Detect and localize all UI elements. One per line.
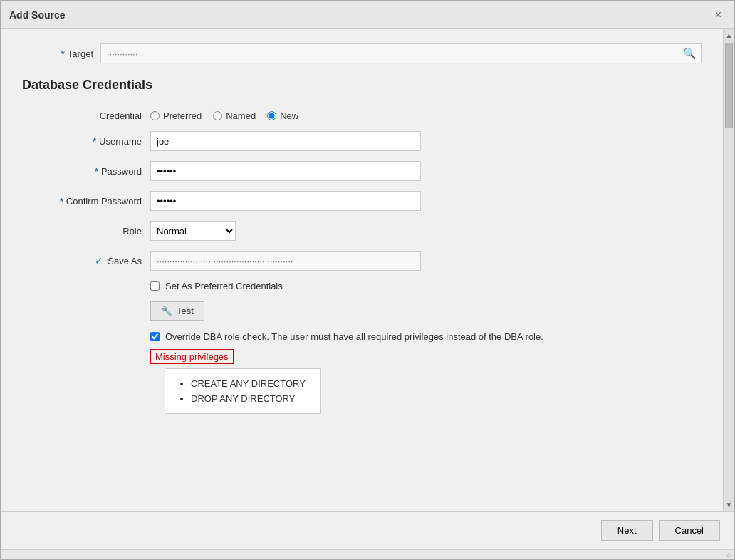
wrench-icon: 🔧 bbox=[161, 306, 172, 316]
set-preferred-checkbox[interactable] bbox=[150, 281, 160, 291]
close-button[interactable]: × bbox=[711, 7, 726, 23]
next-button[interactable]: Next bbox=[601, 520, 653, 541]
save-as-input[interactable] bbox=[150, 251, 421, 271]
credential-preferred[interactable]: Preferred bbox=[150, 110, 202, 121]
credential-options: Preferred Named New bbox=[150, 110, 421, 121]
override-checkbox[interactable] bbox=[150, 332, 160, 341]
override-row: Override DBA role check. The user must h… bbox=[150, 331, 702, 343]
dialog-body: * Target 🔍 Database Credentials Credenti… bbox=[1, 29, 734, 511]
set-preferred-label[interactable]: Set As Preferred Credentials bbox=[150, 281, 283, 291]
confirm-password-row: * Confirm Password bbox=[22, 191, 702, 211]
confirm-password-input[interactable] bbox=[150, 191, 421, 211]
target-input-wrap: 🔍 bbox=[100, 43, 702, 63]
username-field-wrap bbox=[150, 131, 421, 151]
set-preferred-row: Set As Preferred Credentials bbox=[150, 281, 702, 291]
role-select-wrap: Normal DBA SYSDBA bbox=[150, 221, 421, 241]
test-button-row: 🔧 Test bbox=[150, 301, 702, 321]
credential-new-radio[interactable] bbox=[267, 111, 276, 120]
confirm-password-label: * Confirm Password bbox=[22, 196, 150, 207]
credential-preferred-label: Preferred bbox=[163, 110, 202, 121]
missing-privileges-list: CREATE ANY DIRECTORY DROP ANY DIRECTORY bbox=[177, 376, 309, 406]
dialog-content: * Target 🔍 Database Credentials Credenti… bbox=[1, 29, 723, 511]
dialog-title: Add Source bbox=[9, 9, 66, 21]
credential-preferred-radio[interactable] bbox=[150, 111, 160, 120]
password-label: * Password bbox=[22, 166, 150, 177]
scrollbar-track bbox=[724, 41, 734, 499]
password-row: * Password bbox=[22, 161, 702, 181]
cancel-button[interactable]: Cancel bbox=[659, 520, 720, 541]
credential-named-label: Named bbox=[226, 110, 256, 121]
target-required-star: * bbox=[61, 48, 65, 59]
save-as-label: Save As bbox=[108, 256, 142, 266]
set-preferred-text: Set As Preferred Credentials bbox=[165, 281, 283, 291]
credential-label: Credential bbox=[22, 110, 150, 121]
resize-icon: ⧊ bbox=[726, 551, 731, 559]
credential-named[interactable]: Named bbox=[213, 110, 256, 121]
override-text: Override DBA role check. The user must h… bbox=[165, 331, 702, 343]
credential-new[interactable]: New bbox=[267, 110, 298, 121]
missing-priv-item-1: CREATE ANY DIRECTORY bbox=[191, 376, 309, 391]
resize-handle[interactable]: ⧊ bbox=[1, 549, 734, 559]
save-as-checkmark: ✓ bbox=[95, 255, 103, 266]
password-input[interactable] bbox=[150, 161, 421, 181]
credential-named-radio[interactable] bbox=[213, 111, 222, 120]
scrollbar-up-arrow[interactable]: ▲ bbox=[724, 29, 734, 41]
scrollbar-thumb[interactable] bbox=[725, 43, 733, 128]
target-label: Target bbox=[68, 48, 93, 59]
section-title: Database Credentials bbox=[22, 78, 702, 96]
dialog-footer: Next Cancel bbox=[1, 511, 734, 549]
username-star: * bbox=[93, 136, 96, 147]
search-icon[interactable]: 🔍 bbox=[679, 47, 701, 60]
missing-priv-item-2: DROP ANY DIRECTORY bbox=[191, 391, 309, 406]
scrollbar-down-arrow[interactable]: ▼ bbox=[724, 499, 734, 511]
target-label-area: * Target bbox=[22, 48, 93, 59]
confirm-password-star: * bbox=[60, 196, 63, 207]
scrollbar: ▲ ▼ bbox=[723, 29, 734, 511]
missing-privileges-link[interactable]: Missing privileges bbox=[150, 349, 234, 364]
missing-privileges-row: Missing privileges bbox=[150, 349, 702, 364]
role-row: Role Normal DBA SYSDBA bbox=[22, 221, 702, 241]
password-star: * bbox=[95, 166, 98, 177]
test-button-label: Test bbox=[177, 306, 194, 316]
role-select[interactable]: Normal DBA SYSDBA bbox=[150, 221, 236, 241]
username-label: * Username bbox=[22, 136, 150, 147]
role-label: Role bbox=[22, 226, 150, 237]
dialog-titlebar: Add Source × bbox=[1, 1, 734, 29]
test-button[interactable]: 🔧 Test bbox=[150, 301, 204, 321]
username-row: * Username bbox=[22, 131, 702, 151]
username-input[interactable] bbox=[150, 131, 421, 151]
add-source-dialog: Add Source × * Target 🔍 Database Credent… bbox=[0, 0, 735, 560]
target-row: * Target 🔍 bbox=[22, 43, 702, 63]
save-as-row: ✓ Save As bbox=[22, 251, 702, 271]
save-as-check-area: ✓ Save As bbox=[22, 255, 150, 266]
credential-row: Credential Preferred Named New bbox=[22, 110, 702, 121]
target-input[interactable] bbox=[101, 44, 679, 63]
confirm-password-field-wrap bbox=[150, 191, 421, 211]
missing-privileges-popup: CREATE ANY DIRECTORY DROP ANY DIRECTORY bbox=[165, 368, 321, 414]
password-field-wrap bbox=[150, 161, 421, 181]
credential-new-label: New bbox=[280, 110, 298, 121]
